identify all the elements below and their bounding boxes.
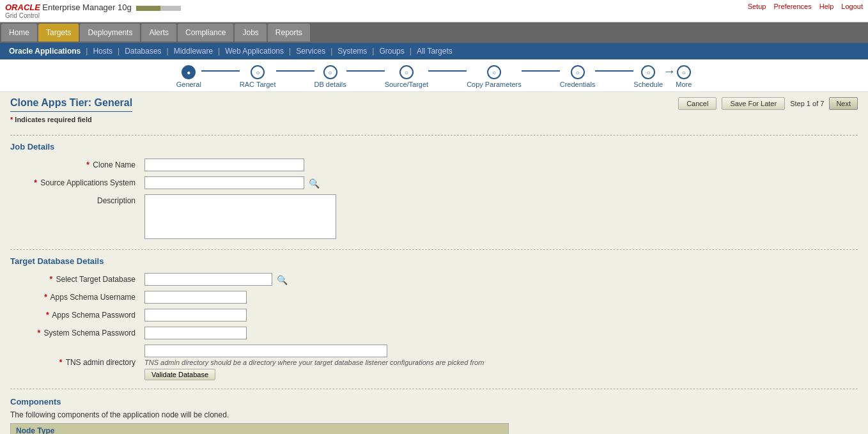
action-bar: Cancel Save For Later Step 1 of 7 Next: [678, 97, 858, 110]
wizard-step-source[interactable]: ○ Source/Target: [385, 65, 428, 88]
apps-schema-password-input[interactable]: [144, 309, 247, 322]
step-line-4: [428, 70, 467, 72]
sub-nav-databases[interactable]: Databases: [121, 47, 165, 56]
description-row: Description: [12, 192, 856, 243]
cancel-button[interactable]: Cancel: [678, 97, 717, 110]
apps-schema-pwd-label: * Apps Schema Password: [12, 307, 139, 323]
wizard-steps: ● General ○ RAC Target ○ DB details ○ So…: [0, 59, 868, 92]
nav-targets[interactable]: Targets: [38, 24, 79, 42]
separator-1: [10, 135, 858, 136]
job-details-form: * Clone Name * Source Applications Syste…: [10, 155, 858, 244]
source-app-cell: 🔍: [141, 174, 856, 191]
grid-control-label: Grid Control: [5, 12, 40, 19]
components-title: Components: [10, 397, 858, 407]
table-header-row: Node Type: [11, 424, 509, 435]
system-schema-password-input[interactable]: [144, 327, 247, 339]
clone-name-row: * Clone Name: [12, 157, 856, 173]
apps-schema-username-input[interactable]: [144, 291, 247, 304]
em-title: Enterprise Manager 10g: [42, 3, 131, 12]
wizard-step-more[interactable]: ○ More: [676, 65, 692, 88]
source-app-search-icon[interactable]: 🔍: [309, 178, 320, 189]
node-type-header: Node Type: [11, 424, 509, 435]
sub-nav-web-apps[interactable]: Web Applications: [221, 47, 288, 56]
next-button[interactable]: Next: [829, 97, 858, 110]
nav-home[interactable]: Home: [1, 24, 37, 42]
preferences-link[interactable]: Preferences: [773, 3, 811, 10]
step-circle-schedule: ○: [641, 65, 655, 79]
description-label: Description: [12, 192, 139, 243]
system-schema-pwd-row: * System Schema Password: [12, 325, 856, 341]
wizard-step-db[interactable]: ○ DB details: [314, 65, 346, 88]
separator-3: [10, 389, 858, 389]
description-textarea[interactable]: [144, 194, 336, 239]
page-title: Clone Apps Tier: General: [10, 97, 132, 112]
components-desc: The following components of the applicat…: [10, 410, 858, 419]
step-line-5: [522, 70, 560, 72]
step-label-source: Source/Target: [385, 81, 428, 88]
step-label-rac: RAC Target: [240, 81, 276, 88]
system-schema-pwd-cell: [141, 325, 856, 341]
apps-schema-user-label: * Apps Schema Username: [12, 289, 139, 306]
wizard-step-schedule[interactable]: ○ Schedule: [633, 65, 663, 88]
nav-reports[interactable]: Reports: [268, 24, 310, 42]
nav-jobs[interactable]: Jobs: [235, 24, 266, 42]
wizard-step-rac[interactable]: ○ RAC Target: [240, 65, 276, 88]
sub-nav-groups[interactable]: Groups: [375, 47, 408, 56]
wizard-step-creds[interactable]: ○ Credentials: [560, 65, 596, 88]
save-for-later-button[interactable]: Save For Later: [722, 97, 785, 110]
nav-compliance[interactable]: Compliance: [178, 24, 233, 42]
step-circle-db: ○: [323, 65, 337, 79]
page-content: Clone Apps Tier: General * Indicates req…: [0, 92, 868, 434]
nav-deployments[interactable]: Deployments: [80, 24, 140, 42]
select-target-label: * Select Target Database: [12, 271, 139, 288]
help-link[interactable]: Help: [819, 3, 834, 10]
sub-nav-oracle-apps[interactable]: Oracle Applications: [5, 47, 84, 56]
setup-link[interactable]: Setup: [748, 3, 766, 10]
step-circle-rac: ○: [251, 65, 265, 79]
tns-admin-row: * TNS admin directory TNS admin director…: [12, 343, 856, 382]
apps-schema-user-cell: [141, 289, 856, 306]
step-label-copy: Copy Parameters: [467, 81, 522, 88]
step-info: Step 1 of 7: [790, 100, 824, 107]
step-line-1: [201, 70, 240, 72]
step-circle-general: ●: [182, 65, 196, 79]
step-circle-copy: ○: [487, 65, 501, 79]
wizard-step-general[interactable]: ● General: [176, 65, 201, 88]
step-label-creds: Credentials: [560, 81, 596, 88]
tns-admin-input[interactable]: [144, 345, 387, 357]
system-schema-pwd-label: * System Schema Password: [12, 325, 139, 341]
target-db-title: Target Database Details: [10, 256, 858, 266]
tns-admin-cell: TNS admin directory should be a director…: [141, 343, 856, 382]
apps-schema-pwd-cell: [141, 307, 856, 323]
step-arrow: →: [663, 65, 676, 77]
sub-nav-hosts[interactable]: Hosts: [89, 47, 116, 56]
sub-nav-middleware[interactable]: Middleware: [170, 47, 217, 56]
logout-link[interactable]: Logout: [841, 3, 863, 10]
sub-nav-systems[interactable]: Systems: [334, 47, 371, 56]
step-circle-creds: ○: [571, 65, 585, 79]
clone-name-cell: [141, 157, 856, 173]
header: ORACLE Enterprise Manager 10g Grid Contr…: [0, 0, 868, 22]
source-app-input[interactable]: [144, 176, 304, 189]
nav-alerts[interactable]: Alerts: [141, 24, 176, 42]
main-nav: Home Targets Deployments Alerts Complian…: [0, 22, 868, 43]
sub-nav: Oracle Applications | Hosts | Databases …: [0, 43, 868, 59]
select-target-search-icon[interactable]: 🔍: [277, 275, 288, 285]
step-label-more: More: [676, 81, 692, 88]
clone-name-input[interactable]: [144, 159, 304, 171]
step-label-schedule: Schedule: [633, 81, 663, 88]
validate-database-button[interactable]: Validate Database: [144, 369, 215, 380]
clone-name-label: * Clone Name: [12, 157, 139, 173]
logo-area: ORACLE Enterprise Manager 10g Grid Contr…: [5, 3, 181, 19]
sub-nav-services[interactable]: Services: [292, 47, 329, 56]
step-circle-source: ○: [399, 65, 414, 79]
components-section: Components The following components of t…: [10, 397, 858, 434]
header-links: Setup Preferences Help Logout: [748, 3, 863, 10]
progress-bar: [136, 6, 181, 11]
step-label-general: General: [176, 81, 201, 88]
oracle-logo: ORACLE Enterprise Manager 10g: [5, 3, 181, 12]
wizard-step-copy[interactable]: ○ Copy Parameters: [467, 65, 522, 88]
select-target-cell: 🔍: [141, 271, 856, 288]
select-target-input[interactable]: [144, 273, 272, 286]
sub-nav-all-targets[interactable]: All Targets: [413, 47, 456, 56]
